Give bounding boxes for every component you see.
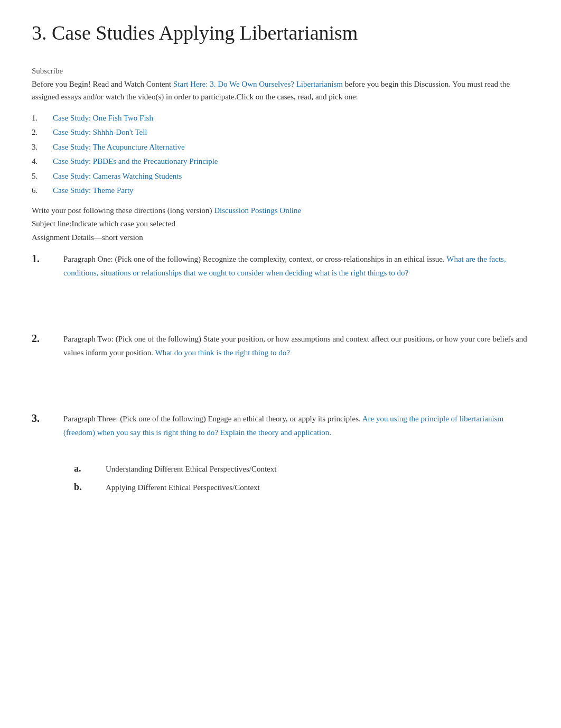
intro-text: Before you Begin! Read and Watch Content… bbox=[32, 78, 529, 103]
sub-list-item: b.Applying Different Ethical Perspective… bbox=[74, 479, 529, 495]
directions-block: Write your post following these directio… bbox=[32, 204, 529, 245]
list-item: 2.Case Study: Shhhh-Don't Tell bbox=[32, 126, 529, 140]
case-study-link[interactable]: Case Study: Shhhh-Don't Tell bbox=[53, 126, 147, 140]
directions-text: Write your post following these directio… bbox=[32, 206, 214, 215]
sub-list-item: a.Understanding Different Ethical Perspe… bbox=[74, 460, 529, 477]
case-study-link[interactable]: Case Study: Theme Party bbox=[53, 184, 134, 198]
case-study-link[interactable]: Case Study: Cameras Watching Students bbox=[53, 170, 182, 183]
discussion-postings-link[interactable]: Discussion Postings Online bbox=[214, 206, 301, 215]
para-content: Paragraph Three: (Pick one of the follow… bbox=[63, 412, 529, 439]
subject-value: Indicate which case you selected bbox=[71, 217, 175, 231]
list-item: 3.Case Study: The Acupuncture Alternativ… bbox=[32, 141, 529, 154]
case-num: 6. bbox=[32, 184, 53, 198]
para-link[interactable]: What do you think is the right thing to … bbox=[155, 348, 289, 357]
start-here-link[interactable]: Start Here: 3. Do We Own Ourselves? Libe… bbox=[173, 80, 343, 88]
subject-line: Subject line: Indicate which case you se… bbox=[32, 217, 529, 231]
sub-items-container: a.Understanding Different Ethical Perspe… bbox=[74, 460, 529, 495]
page-title: 3. Case Studies Applying Libertarianism bbox=[32, 21, 529, 45]
case-num: 2. bbox=[32, 126, 53, 140]
list-item: 1.Case Study: One Fish Two Fish bbox=[32, 112, 529, 125]
para-content: Paragraph One: (Pick one of the followin… bbox=[63, 253, 529, 280]
sub-letter: b. bbox=[74, 479, 106, 495]
list-item: 4.Case Study: PBDEs and the Precautionar… bbox=[32, 155, 529, 169]
subject-label: Subject line: bbox=[32, 217, 71, 231]
spacer bbox=[32, 301, 529, 333]
case-num: 3. bbox=[32, 141, 53, 154]
case-study-link[interactable]: Case Study: PBDEs and the Precautionary … bbox=[53, 155, 218, 169]
case-num: 1. bbox=[32, 112, 53, 125]
sub-text: Understanding Different Ethical Perspect… bbox=[106, 463, 276, 476]
para-link[interactable]: What are the facts, conditions, situatio… bbox=[63, 255, 506, 277]
sub-text: Applying Different Ethical Perspectives/… bbox=[106, 481, 260, 495]
list-item: 5.Case Study: Cameras Watching Students bbox=[32, 170, 529, 183]
para-content: Paragraph Two: (Pick one of the followin… bbox=[63, 333, 529, 360]
subscribe-section: Subscribe Before you Begin! Read and Wat… bbox=[32, 67, 529, 103]
case-study-link[interactable]: Case Study: One Fish Two Fish bbox=[53, 112, 153, 125]
sub-letter: a. bbox=[74, 460, 106, 477]
main-list-item: 3.Paragraph Three: (Pick one of the foll… bbox=[32, 412, 529, 439]
para-num: 1. bbox=[32, 253, 63, 265]
case-study-list: 1.Case Study: One Fish Two Fish2.Case St… bbox=[32, 112, 529, 198]
case-study-link[interactable]: Case Study: The Acupuncture Alternative bbox=[53, 141, 185, 154]
directions-line1: Write your post following these directio… bbox=[32, 204, 529, 218]
case-num: 5. bbox=[32, 170, 53, 183]
main-list-item: 2.Paragraph Two: (Pick one of the follow… bbox=[32, 333, 529, 360]
case-num: 4. bbox=[32, 155, 53, 169]
para-num: 2. bbox=[32, 333, 63, 345]
para-link[interactable]: Are you using the principle of libertari… bbox=[63, 414, 503, 437]
para-num: 3. bbox=[32, 412, 63, 425]
spacer bbox=[32, 381, 529, 412]
intro-before-text: Before you Begin! Read and Watch Content bbox=[32, 80, 173, 88]
main-list-item: 1.Paragraph One: (Pick one of the follow… bbox=[32, 253, 529, 280]
sub-list: a.Understanding Different Ethical Perspe… bbox=[74, 460, 529, 495]
main-paragraph-list: 1.Paragraph One: (Pick one of the follow… bbox=[32, 253, 529, 439]
list-item: 6.Case Study: Theme Party bbox=[32, 184, 529, 198]
subscribe-label: Subscribe bbox=[32, 67, 529, 76]
assignment-details: Assignment Details—short version bbox=[32, 231, 529, 245]
